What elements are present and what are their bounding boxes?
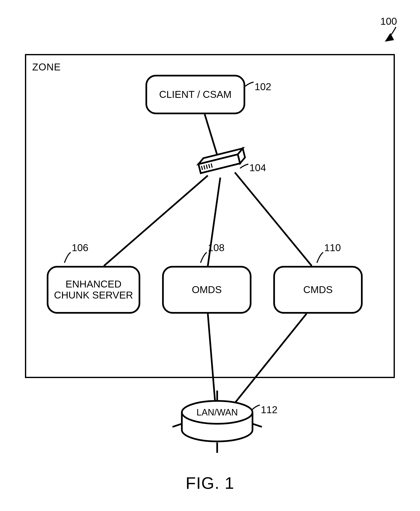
- diagram-canvas: ZONE CLIENT / CSAM ENHANCED CHUNK SERVER…: [0, 0, 420, 511]
- client-csam-node: CLIENT / CSAM: [145, 75, 245, 114]
- ref-100: 100: [380, 15, 397, 27]
- omds-label: OMDS: [192, 284, 222, 295]
- ref-104: 104: [249, 162, 266, 173]
- ref-100-arrow: [387, 27, 396, 40]
- svg-line-11: [172, 424, 182, 427]
- ref-112: 112: [261, 404, 278, 415]
- cmds-node: CMDS: [273, 266, 363, 314]
- lanwan-icon: [172, 391, 262, 453]
- ref-108: 108: [208, 242, 225, 253]
- figure-caption: FIG. 1: [0, 474, 420, 493]
- cmds-label: CMDS: [303, 284, 332, 295]
- zone-label: ZONE: [32, 61, 61, 73]
- enhanced-chunk-server-node: ENHANCED CHUNK SERVER: [47, 266, 140, 314]
- leader-112: [251, 405, 260, 410]
- lanwan-label: LAN/WAN: [182, 407, 253, 417]
- svg-line-12: [253, 424, 262, 427]
- ref-110: 110: [324, 242, 341, 253]
- ref-102: 102: [255, 81, 271, 92]
- omds-node: OMDS: [162, 266, 251, 314]
- svg-marker-0: [387, 35, 393, 40]
- ref-106: 106: [72, 242, 88, 253]
- client-csam-label: CLIENT / CSAM: [159, 89, 232, 100]
- enhanced-chunk-server-label: ENHANCED CHUNK SERVER: [54, 279, 133, 301]
